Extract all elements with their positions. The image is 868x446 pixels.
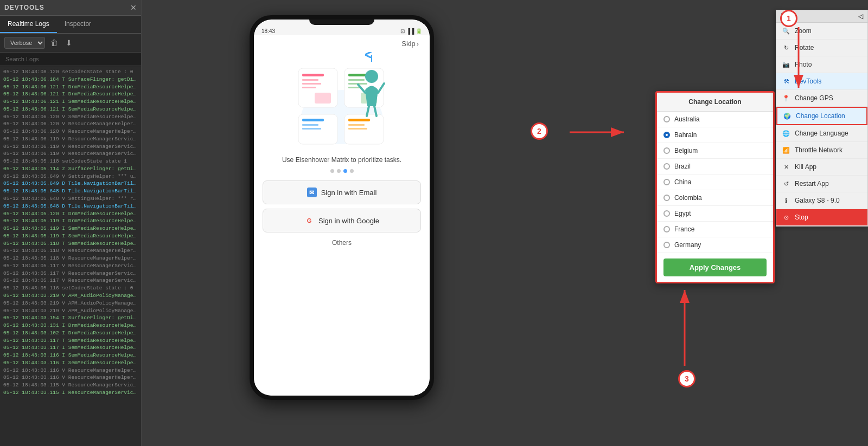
rotate-icon: ↻ — [782, 43, 790, 52]
log-line: 05-12 18:43:05.648 D Tile.NavigationBarT… — [3, 188, 138, 195]
country-label: Brazil — [674, 163, 691, 170]
right-panel-item-device-info[interactable]: ℹGalaxy S8 - 9.0 — [776, 192, 867, 209]
country-item-colombia[interactable]: Colombia — [657, 190, 773, 206]
radio-france — [663, 226, 670, 232]
log-line: 05-12 18:43:03.116 I SemMediaResourceHel… — [3, 352, 138, 359]
log-line: 05-12 18:43:06.119 V ResourceManagerServ… — [3, 143, 138, 151]
dot-2 — [337, 169, 341, 173]
sign-email-button[interactable]: ✉ Sign in with Email — [263, 180, 421, 204]
pagination-dots — [330, 169, 354, 173]
apply-changes-button[interactable]: Apply Changes — [663, 258, 767, 276]
svg-rect-10 — [315, 93, 331, 104]
country-item-brazil[interactable]: Brazil — [657, 159, 773, 174]
phone-content: Skip › — [254, 35, 430, 396]
right-panel-label-kill-app: Kill App — [795, 163, 816, 171]
svg-rect-23 — [348, 124, 365, 126]
right-panel-collapse-icon[interactable]: ◁ — [858, 12, 863, 20]
country-item-china[interactable]: China — [657, 174, 773, 190]
country-item-germany[interactable]: Germany — [657, 237, 773, 253]
log-line: 05-12 18:43:03.219 V APM_AudioPolicyMana… — [3, 307, 138, 315]
devtools-title: DEVTOOLS — [4, 4, 44, 11]
country-item-france[interactable]: France — [657, 222, 773, 237]
sign-google-button[interactable]: G Sign in with Google — [263, 209, 421, 232]
delete-logs-button[interactable]: 🗑 — [48, 37, 60, 48]
log-line: 05-12 18:43:05.648 D Tile.NavigationBarT… — [3, 203, 138, 210]
tab-realtime-logs[interactable]: Realtime Logs — [0, 16, 57, 33]
right-panel-item-photo[interactable]: 📷Photo — [776, 56, 867, 73]
radio-egypt — [663, 210, 670, 217]
download-logs-button[interactable]: ⬇ — [63, 37, 74, 48]
log-line: 05-12 18:43:03.131 I DrmMediaResourceHel… — [3, 322, 138, 329]
right-panel-item-restart-app[interactable]: ↺Restart App — [776, 176, 867, 192]
others-button[interactable]: Others — [332, 239, 352, 247]
log-line: 05-12 18:43:05.118 setCodecState state 1 — [3, 158, 138, 165]
right-panel-item-devtools[interactable]: 🛠DevTools — [776, 73, 867, 90]
log-line: 05-12 18:43:03.219 V APM_AudioPolicyMana… — [3, 292, 138, 300]
change-location-icon: 🌍 — [783, 112, 792, 120]
right-panel-item-change-gps[interactable]: 📍Change GPS — [776, 90, 867, 107]
log-line: 05-12 18:43:06.184 T SurfaceFlinger: get… — [3, 76, 138, 83]
skip-button[interactable]: Skip › — [401, 40, 419, 48]
step-circle-3: 3 — [678, 370, 695, 387]
devtools-panel: DEVTOOLS ✕ Realtime Logs Inspector Verbo… — [0, 0, 142, 446]
country-item-australia[interactable]: Australia — [657, 112, 773, 127]
phone-time: 18:43 — [261, 28, 275, 34]
log-line: 05-12 18:43:03.117 T SemMediaResourceHel… — [3, 337, 138, 345]
radio-colombia — [663, 195, 670, 201]
log-line: 05-12 18:43:06.121 I SemMediaResourceHel… — [3, 98, 138, 106]
phone-notch — [309, 20, 374, 25]
change-language-icon: 🌐 — [782, 129, 790, 138]
right-menu-panel: ☰ ◁ 🔍Zoom↻Rotate📷Photo🛠DevTools📍Change G… — [776, 10, 868, 227]
log-line: 05-12 18:43:05.649 D Tile.NavigationBarT… — [3, 180, 138, 188]
svg-rect-9 — [302, 87, 316, 88]
right-panel-item-stop[interactable]: ⊙Stop — [776, 209, 867, 226]
svg-rect-20 — [302, 128, 321, 130]
log-line: 05-12 18:43:03.116 V ResourceManagerHelp… — [3, 374, 138, 382]
right-panel-label-change-gps: Change GPS — [795, 94, 833, 102]
country-label: France — [674, 225, 694, 233]
phone-illustration — [288, 52, 396, 150]
country-list: AustraliaBahrainBelgiumBrazilChinaColomb… — [657, 112, 773, 253]
right-panel-label-change-language: Change Language — [795, 130, 848, 137]
log-line: 05-12 18:43:06.120 V ResourceManagerHelp… — [3, 128, 138, 135]
log-line: 05-12 18:43:03.116 I SemMediaResourceHel… — [3, 359, 138, 367]
devtools-close-button[interactable]: ✕ — [130, 3, 137, 12]
right-panel-label-stop: Stop — [795, 214, 808, 221]
country-item-egypt[interactable]: Egypt — [657, 206, 773, 222]
log-line: 05-12 18:43:05.114 z SurfaceFlinger: get… — [3, 165, 138, 173]
right-panel-item-throttle-network[interactable]: 📶Throttle Network — [776, 142, 867, 159]
tab-inspector[interactable]: Inspector — [57, 16, 99, 33]
log-line: 05-12 18:43:03.115 V ResourceManagerServ… — [3, 382, 138, 389]
log-line: 05-12 18:43:05.117 V ResourceManagerServ… — [3, 270, 138, 277]
right-panel-label-change-location: Change Location — [796, 112, 845, 120]
devtools-toolbar: Verbose Debug Info Warning Error 🗑 ⬇ — [0, 34, 141, 53]
right-panel-item-change-language[interactable]: 🌐Change Language — [776, 125, 867, 142]
email-icon: ✉ — [307, 188, 317, 197]
log-line: 05-12 18:43:05.118 T SemMediaResourceHel… — [3, 240, 138, 248]
right-panel-item-rotate[interactable]: ↻Rotate — [776, 40, 867, 56]
right-panel-label-device-info: Galaxy S8 - 9.0 — [795, 197, 840, 204]
log-line: 05-12 18:43:03.115 I ResourceManagerServ… — [3, 389, 138, 397]
log-line: 05-12 18:43:05.120 I DrmMediaResourceHel… — [3, 210, 138, 218]
verbose-select[interactable]: Verbose Debug Info Warning Error — [4, 37, 45, 49]
country-item-bahrain[interactable]: Bahrain — [657, 127, 773, 143]
change-location-header: Change Location — [657, 93, 773, 112]
throttle-network-icon: 📶 — [782, 146, 790, 154]
search-logs-input[interactable] — [0, 53, 141, 66]
radio-china — [663, 179, 670, 185]
log-line: 05-12 18:43:05.116 setCodecState state :… — [3, 285, 138, 292]
log-line: 05-12 18:43:05.649 V SettingsHelper: ***… — [3, 173, 138, 180]
log-line: 05-12 18:43:05.118 V ResourceManagerHelp… — [3, 247, 138, 255]
right-panel-item-kill-app[interactable]: ✕Kill App — [776, 159, 867, 176]
svg-rect-18 — [302, 119, 324, 121]
phone-status-icons: ⊡ ▐▐ 🔋 — [400, 28, 422, 34]
country-item-belgium[interactable]: Belgium — [657, 143, 773, 159]
right-panel-label-photo: Photo — [795, 61, 812, 68]
stop-icon: ⊙ — [782, 213, 790, 222]
devtools-icon: 🛠 — [782, 77, 790, 86]
device-info-icon: ℹ — [782, 196, 790, 205]
right-panel-item-change-location[interactable]: 🌍Change Location — [776, 107, 867, 125]
restart-app-icon: ↺ — [782, 179, 790, 188]
change-location-panel: Change Location AustraliaBahrainBelgiumB… — [655, 91, 775, 283]
svg-rect-13 — [348, 79, 365, 81]
